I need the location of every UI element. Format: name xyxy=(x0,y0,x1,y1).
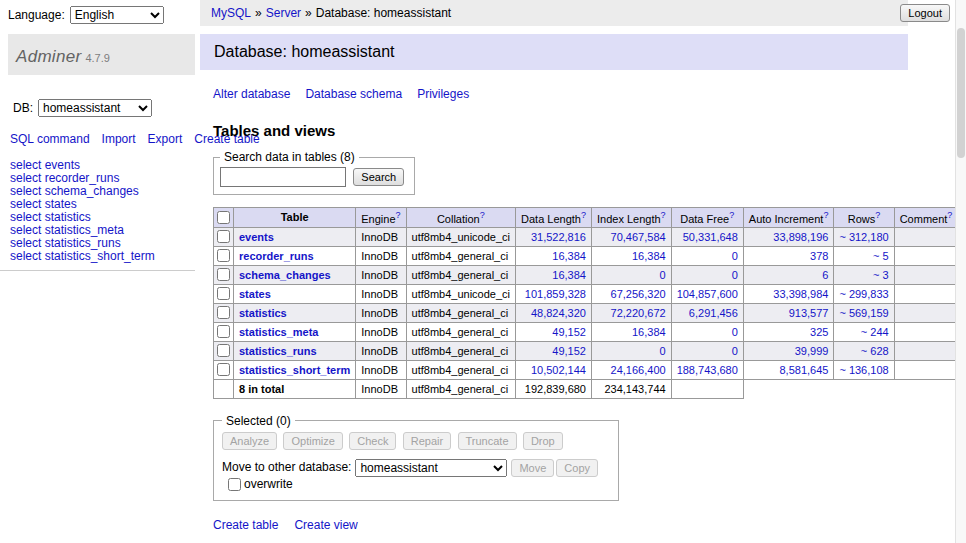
logout-button[interactable]: Logout xyxy=(900,4,950,22)
data-free-link[interactable]: 104,857,600 xyxy=(677,288,738,300)
table-name-link[interactable]: statistics xyxy=(239,307,287,319)
row-checkbox[interactable] xyxy=(217,230,230,243)
data-length-link[interactable]: 31,522,816 xyxy=(531,231,586,243)
sql-command-link[interactable]: SQL command xyxy=(10,132,90,146)
index-length-link[interactable]: 0 xyxy=(660,345,666,357)
drop-button[interactable]: Drop xyxy=(523,432,563,450)
import-link[interactable]: Import xyxy=(102,132,136,146)
data-free-link[interactable]: 0 xyxy=(732,250,738,262)
index-length-link[interactable]: 24,166,400 xyxy=(611,364,666,376)
move-db-select[interactable]: homeassistant xyxy=(355,459,507,477)
repair-button[interactable]: Repair xyxy=(403,432,451,450)
vertical-scrollbar[interactable] xyxy=(955,0,966,543)
row-checkbox[interactable] xyxy=(217,249,230,262)
row-checkbox[interactable] xyxy=(217,268,230,281)
table-name-cell: recorder_runs xyxy=(234,246,356,265)
help-link[interactable]: ? xyxy=(661,210,666,220)
move-button[interactable]: Move xyxy=(511,459,554,477)
auto-increment-link[interactable]: 39,999 xyxy=(795,345,829,357)
row-checkbox[interactable] xyxy=(217,363,230,376)
language-select[interactable]: English xyxy=(70,6,164,24)
help-link[interactable]: ? xyxy=(396,210,401,220)
auto-increment-link[interactable]: 33,398,984 xyxy=(773,288,828,300)
index-length-link[interactable]: 67,256,320 xyxy=(611,288,666,300)
auto-increment-cell: 913,577 xyxy=(743,303,834,322)
table-name-link[interactable]: statistics_meta xyxy=(239,326,319,338)
auto-increment-link[interactable]: 6 xyxy=(822,269,828,281)
auto-increment-link[interactable]: 33,898,196 xyxy=(773,231,828,243)
index-length-link[interactable]: 16,384 xyxy=(632,326,666,338)
search-button[interactable]: Search xyxy=(353,168,404,186)
rows-count-link[interactable]: ~ 312,180 xyxy=(839,231,888,243)
col-collation: Collation? xyxy=(406,208,515,228)
auto-increment-link[interactable]: 913,577 xyxy=(789,307,829,319)
overwrite-checkbox[interactable] xyxy=(228,478,241,491)
data-free-link[interactable]: 6,291,456 xyxy=(689,307,738,319)
rows-count-link[interactable]: ~ 569,159 xyxy=(839,307,888,319)
row-checkbox[interactable] xyxy=(217,287,230,300)
export-link[interactable]: Export xyxy=(148,132,183,146)
rows-count-link[interactable]: ~ 299,833 xyxy=(839,288,888,300)
help-link[interactable]: ? xyxy=(729,210,734,220)
auto-increment-link[interactable]: 8,581,645 xyxy=(779,364,828,376)
sidebar-table-link[interactable]: select statistics_short_term xyxy=(10,250,195,263)
db-label: DB: xyxy=(13,101,33,115)
copy-button[interactable]: Copy xyxy=(556,459,598,477)
auto-increment-link[interactable]: 325 xyxy=(810,326,828,338)
index-length-link[interactable]: 0 xyxy=(660,269,666,281)
table-name-link[interactable]: recorder_runs xyxy=(239,250,314,262)
rows-count-link[interactable]: ~ 5 xyxy=(873,250,889,262)
database-schema-link[interactable]: Database schema xyxy=(305,87,402,101)
engine-cell: InnoDB xyxy=(356,227,406,246)
help-link[interactable]: ? xyxy=(875,210,880,220)
breadcrumb-mysql-link[interactable]: MySQL xyxy=(211,6,251,20)
rows-count-link[interactable]: ~ 628 xyxy=(861,345,889,357)
data-free-link[interactable]: 188,743,680 xyxy=(677,364,738,376)
analyze-button[interactable]: Analyze xyxy=(222,432,277,450)
data-length-link[interactable]: 101,859,328 xyxy=(525,288,586,300)
rows-count-link[interactable]: ~ 244 xyxy=(861,326,889,338)
create-table-link[interactable]: Create table xyxy=(213,518,278,532)
data-free-cell: 0 xyxy=(671,322,743,341)
check-button[interactable]: Check xyxy=(349,432,396,450)
data-length-link[interactable]: 48,824,320 xyxy=(531,307,586,319)
table-name-link[interactable]: schema_changes xyxy=(239,269,331,281)
overwrite-label[interactable]: overwrite xyxy=(244,477,293,491)
data-length-link[interactable]: 49,152 xyxy=(552,345,586,357)
table-name-link[interactable]: statistics_runs xyxy=(239,345,317,357)
help-link[interactable]: ? xyxy=(823,210,828,220)
create-view-link[interactable]: Create view xyxy=(294,518,357,532)
optimize-button[interactable]: Optimize xyxy=(283,432,342,450)
data-length-link[interactable]: 49,152 xyxy=(552,326,586,338)
row-checkbox[interactable] xyxy=(217,306,230,319)
truncate-button[interactable]: Truncate xyxy=(458,432,517,450)
alter-database-link[interactable]: Alter database xyxy=(213,87,290,101)
data-length-link[interactable]: 16,384 xyxy=(552,269,586,281)
breadcrumb-server-link[interactable]: Server xyxy=(266,6,301,20)
search-input[interactable] xyxy=(220,167,346,187)
db-select[interactable]: homeassistant xyxy=(38,99,152,117)
row-checkbox[interactable] xyxy=(217,344,230,357)
index-length-link[interactable]: 16,384 xyxy=(632,250,666,262)
row-checkbox[interactable] xyxy=(217,325,230,338)
data-length-link[interactable]: 16,384 xyxy=(552,250,586,262)
data-free-link[interactable]: 0 xyxy=(732,269,738,281)
scrollbar-thumb[interactable] xyxy=(957,28,965,158)
rows-count-link[interactable]: ~ 3 xyxy=(873,269,889,281)
table-name-link[interactable]: events xyxy=(239,231,274,243)
help-link[interactable]: ? xyxy=(947,210,952,220)
table-name-link[interactable]: states xyxy=(239,288,271,300)
auto-increment-link[interactable]: 378 xyxy=(810,250,828,262)
data-free-link[interactable]: 0 xyxy=(732,326,738,338)
index-length-link[interactable]: 70,467,584 xyxy=(611,231,666,243)
help-link[interactable]: ? xyxy=(480,210,485,220)
data-length-link[interactable]: 10,502,144 xyxy=(531,364,586,376)
data-free-link[interactable]: 50,331,648 xyxy=(683,231,738,243)
table-name-link[interactable]: statistics_short_term xyxy=(239,364,350,376)
data-free-link[interactable]: 0 xyxy=(732,345,738,357)
help-link[interactable]: ? xyxy=(581,210,586,220)
privileges-link[interactable]: Privileges xyxy=(417,87,469,101)
rows-count-link[interactable]: ~ 136,108 xyxy=(839,364,888,376)
index-length-link[interactable]: 72,220,672 xyxy=(611,307,666,319)
select-all-checkbox[interactable] xyxy=(217,211,230,224)
